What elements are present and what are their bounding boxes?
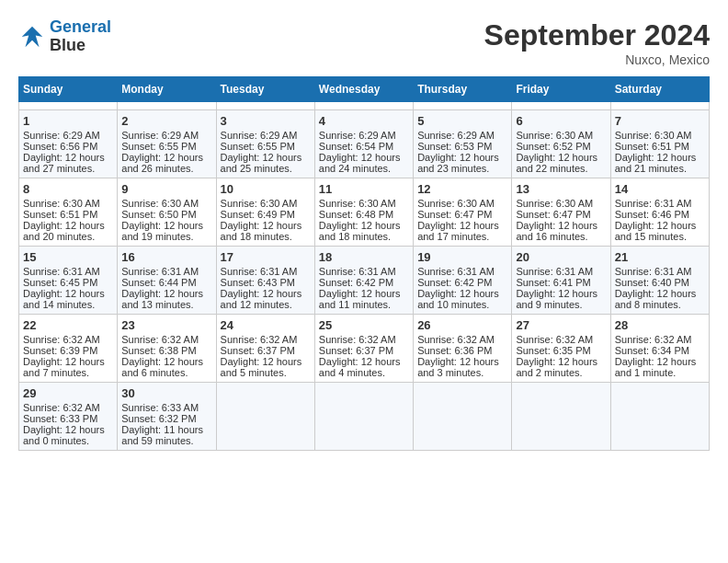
calendar-cell: [19, 102, 118, 110]
sunset-text: Sunset: 6:45 PM: [23, 277, 113, 288]
calendar-cell: [512, 102, 610, 110]
sunset-text: Sunset: 6:51 PM: [615, 141, 705, 152]
daylight-text: Daylight: 12 hours and 4 minutes.: [319, 356, 409, 378]
sunrise-text: Sunrise: 6:31 AM: [319, 266, 409, 277]
day-number: 12: [417, 182, 507, 196]
day-number: 17: [221, 250, 311, 264]
day-number: 18: [319, 250, 409, 264]
day-of-week-header: Saturday: [610, 77, 709, 102]
daylight-text: Daylight: 12 hours and 11 minutes.: [319, 288, 409, 310]
sunset-text: Sunset: 6:38 PM: [121, 345, 211, 356]
day-number: 14: [615, 182, 705, 196]
sunrise-text: Sunrise: 6:31 AM: [615, 198, 705, 209]
sunset-text: Sunset: 6:35 PM: [516, 345, 606, 356]
daylight-text: Daylight: 12 hours and 18 minutes.: [319, 220, 409, 242]
daylight-text: Daylight: 12 hours and 14 minutes.: [23, 288, 113, 310]
sunset-text: Sunset: 6:37 PM: [319, 345, 409, 356]
calendar-cell: 10Sunrise: 6:30 AMSunset: 6:49 PMDayligh…: [216, 178, 314, 247]
sunrise-text: Sunrise: 6:32 AM: [23, 334, 113, 345]
day-number: 23: [121, 318, 211, 332]
daylight-text: Daylight: 12 hours and 20 minutes.: [23, 220, 113, 242]
calendar-cell: 12Sunrise: 6:30 AMSunset: 6:47 PMDayligh…: [414, 178, 512, 247]
calendar-cell: 16Sunrise: 6:31 AMSunset: 6:44 PMDayligh…: [118, 247, 216, 315]
sunrise-text: Sunrise: 6:30 AM: [23, 198, 113, 209]
calendar-cell: 17Sunrise: 6:31 AMSunset: 6:43 PMDayligh…: [216, 247, 314, 315]
day-of-week-header: Friday: [512, 77, 610, 102]
daylight-text: Daylight: 12 hours and 3 minutes.: [417, 356, 507, 378]
logo-icon: [18, 23, 46, 51]
calendar-cell: 23Sunrise: 6:32 AMSunset: 6:38 PMDayligh…: [118, 315, 216, 383]
calendar-cell: [610, 102, 709, 110]
sunset-text: Sunset: 6:49 PM: [221, 209, 311, 220]
sunset-text: Sunset: 6:41 PM: [516, 277, 606, 288]
day-number: 1: [23, 114, 113, 128]
day-of-week-header: Sunday: [19, 77, 118, 102]
calendar-table: SundayMondayTuesdayWednesdayThursdayFrid…: [18, 76, 710, 451]
calendar-cell: 25Sunrise: 6:32 AMSunset: 6:37 PMDayligh…: [314, 315, 413, 383]
sunrise-text: Sunrise: 6:31 AM: [417, 266, 507, 277]
calendar-cell: 1Sunrise: 6:29 AMSunset: 6:56 PMDaylight…: [19, 110, 118, 178]
sunrise-text: Sunrise: 6:31 AM: [121, 266, 211, 277]
day-number: 25: [319, 318, 409, 332]
calendar-header: SundayMondayTuesdayWednesdayThursdayFrid…: [19, 77, 710, 102]
sunrise-text: Sunrise: 6:30 AM: [516, 130, 606, 141]
calendar-cell: 13Sunrise: 6:30 AMSunset: 6:47 PMDayligh…: [512, 178, 610, 247]
day-number: 16: [121, 250, 211, 264]
calendar-cell: 5Sunrise: 6:29 AMSunset: 6:53 PMDaylight…: [414, 110, 512, 178]
daylight-text: Daylight: 12 hours and 2 minutes.: [516, 356, 606, 378]
calendar-cell: 29Sunrise: 6:32 AMSunset: 6:33 PMDayligh…: [19, 383, 118, 451]
calendar-cell: 20Sunrise: 6:31 AMSunset: 6:41 PMDayligh…: [512, 247, 610, 315]
calendar-cell: 26Sunrise: 6:32 AMSunset: 6:36 PMDayligh…: [414, 315, 512, 383]
day-number: 19: [417, 250, 507, 264]
sunset-text: Sunset: 6:54 PM: [319, 141, 409, 152]
sunrise-text: Sunrise: 6:30 AM: [121, 198, 211, 209]
logo-text: GeneralBlue: [50, 18, 111, 55]
daylight-text: Daylight: 12 hours and 18 minutes.: [221, 220, 311, 242]
sunset-text: Sunset: 6:42 PM: [319, 277, 409, 288]
calendar-week-row: 29Sunrise: 6:32 AMSunset: 6:33 PMDayligh…: [19, 383, 710, 451]
sunrise-text: Sunrise: 6:32 AM: [417, 334, 507, 345]
sunset-text: Sunset: 6:33 PM: [23, 413, 113, 424]
sunrise-text: Sunrise: 6:32 AM: [319, 334, 409, 345]
day-number: 9: [121, 182, 211, 196]
day-of-week-header: Tuesday: [216, 77, 314, 102]
calendar-cell: [216, 383, 314, 451]
day-number: 4: [319, 114, 409, 128]
sunset-text: Sunset: 6:46 PM: [615, 209, 705, 220]
calendar-cell: [512, 383, 610, 451]
daylight-text: Daylight: 12 hours and 10 minutes.: [417, 288, 507, 310]
sunset-text: Sunset: 6:48 PM: [319, 209, 409, 220]
daylight-text: Daylight: 12 hours and 16 minutes.: [516, 220, 606, 242]
calendar-week-row: [19, 102, 710, 110]
svg-marker-0: [22, 27, 43, 48]
day-number: 11: [319, 182, 409, 196]
sunrise-text: Sunrise: 6:32 AM: [121, 334, 211, 345]
day-number: 24: [221, 318, 311, 332]
daylight-text: Daylight: 12 hours and 17 minutes.: [417, 220, 507, 242]
daylight-text: Daylight: 12 hours and 12 minutes.: [221, 288, 311, 310]
sunrise-text: Sunrise: 6:31 AM: [23, 266, 113, 277]
day-number: 5: [417, 114, 507, 128]
calendar-cell: 4Sunrise: 6:29 AMSunset: 6:54 PMDaylight…: [314, 110, 413, 178]
sunrise-text: Sunrise: 6:31 AM: [516, 266, 606, 277]
daylight-text: Daylight: 12 hours and 27 minutes.: [23, 152, 113, 174]
calendar-cell: 21Sunrise: 6:31 AMSunset: 6:40 PMDayligh…: [610, 247, 709, 315]
calendar-cell: 19Sunrise: 6:31 AMSunset: 6:42 PMDayligh…: [414, 247, 512, 315]
day-number: 22: [23, 318, 113, 332]
day-number: 6: [516, 114, 606, 128]
month-title: September 2024: [484, 18, 710, 52]
location: Nuxco, Mexico: [484, 52, 710, 67]
calendar-cell: 28Sunrise: 6:32 AMSunset: 6:34 PMDayligh…: [610, 315, 709, 383]
daylight-text: Daylight: 12 hours and 13 minutes.: [121, 288, 211, 310]
day-number: 10: [221, 182, 311, 196]
daylight-text: Daylight: 12 hours and 8 minutes.: [615, 288, 705, 310]
calendar-cell: [414, 383, 512, 451]
calendar-cell: 18Sunrise: 6:31 AMSunset: 6:42 PMDayligh…: [314, 247, 413, 315]
calendar-cell: 24Sunrise: 6:32 AMSunset: 6:37 PMDayligh…: [216, 315, 314, 383]
day-of-week-header: Monday: [118, 77, 216, 102]
day-number: 8: [23, 182, 113, 196]
logo: GeneralBlue: [18, 18, 111, 55]
sunset-text: Sunset: 6:32 PM: [121, 413, 211, 424]
sunset-text: Sunset: 6:42 PM: [417, 277, 507, 288]
day-number: 26: [417, 318, 507, 332]
